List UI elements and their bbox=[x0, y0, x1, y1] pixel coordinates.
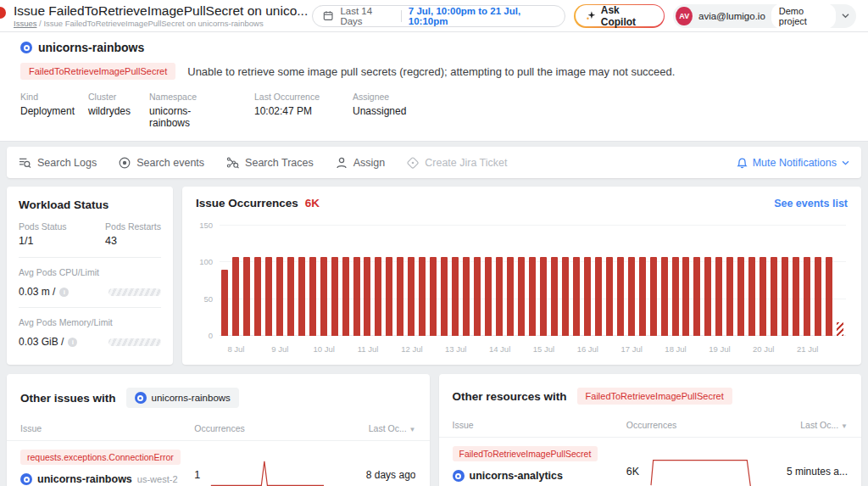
chart-bar bbox=[529, 257, 536, 336]
see-events-list-link[interactable]: See events list bbox=[774, 198, 848, 209]
chart-bar bbox=[518, 257, 525, 336]
chart-bar bbox=[661, 257, 668, 336]
chart-bar bbox=[485, 257, 492, 336]
meta-cluster: Clusterwildrydes bbox=[88, 92, 137, 129]
events-search-icon bbox=[119, 157, 131, 169]
chart-bar bbox=[375, 257, 381, 336]
chevron-down-icon bbox=[842, 13, 849, 19]
severity-dot bbox=[0, 7, 6, 19]
chart-bar bbox=[452, 257, 459, 336]
chart-bar bbox=[715, 257, 722, 336]
other-issues-panel: Other issues with unicorns-rainbows Issu… bbox=[7, 374, 430, 486]
chart-bar bbox=[693, 257, 700, 336]
date-preset-label: Last 14 Days bbox=[340, 6, 394, 26]
issue-type-badge[interactable]: FailedToRetrieveImagePullSecret bbox=[20, 63, 175, 80]
chart-bar bbox=[837, 322, 843, 336]
info-icon[interactable]: i bbox=[59, 288, 69, 297]
chart-x-tick: 11 Jul bbox=[358, 344, 379, 354]
issue-occurrences-panel: Issue Occurrences 6K See events list 050… bbox=[182, 187, 861, 365]
chart-bar bbox=[408, 257, 415, 336]
occurrences-title: Issue Occurrences bbox=[196, 197, 298, 209]
issue-table-row[interactable]: requests.exceptions.ConnectionError unic… bbox=[7, 441, 430, 486]
chart-bar bbox=[639, 257, 646, 336]
sort-arrow-icon: ▼ bbox=[409, 426, 416, 433]
chart-bar bbox=[441, 257, 448, 336]
meta-namespace: Namespaceunicorns-rainbows bbox=[149, 92, 231, 129]
kubernetes-resource-icon bbox=[453, 470, 465, 482]
chart-x-tick: 14 Jul bbox=[489, 344, 510, 354]
chart-bar bbox=[232, 257, 239, 336]
chart-x-tick: 19 Jul bbox=[709, 344, 730, 354]
workload-status-panel: Workload Status Pods Status 1/1 Pods Res… bbox=[7, 187, 173, 365]
chart-bar bbox=[243, 257, 250, 336]
chart-x-tick: 10 Jul bbox=[313, 344, 334, 354]
resource-chip[interactable]: unicorns-rainbows bbox=[126, 388, 239, 408]
other-issues-title: Other issues with bbox=[20, 392, 116, 405]
chart-bar bbox=[804, 257, 810, 336]
chart-bar bbox=[704, 257, 711, 336]
sort-header[interactable]: Last Oc... ▼ bbox=[329, 423, 416, 433]
info-icon[interactable]: i bbox=[68, 338, 77, 347]
chart-bar bbox=[606, 257, 613, 336]
chart-x-tick: 20 Jul bbox=[753, 344, 774, 354]
other-resources-panel: Other resources with FailedToRetrieveIma… bbox=[439, 374, 862, 486]
breadcrumb-issues-link[interactable]: Issues bbox=[14, 19, 36, 28]
assign-button[interactable]: Assign bbox=[336, 157, 386, 169]
issue-details-section: unicorns-rainbows FailedToRetrieveImageP… bbox=[0, 32, 868, 142]
row-issue-badge: FailedToRetrieveImagePullSecret bbox=[453, 446, 598, 461]
issue-type-badge[interactable]: FailedToRetrieveImagePullSecret bbox=[577, 388, 732, 405]
user-email: avia@lumigo.io bbox=[698, 11, 765, 21]
resource-table-row[interactable]: FailedToRetrieveImagePullSecret unicorns… bbox=[439, 438, 862, 486]
chart-y-tick: 50 bbox=[203, 293, 213, 303]
chart-bar bbox=[760, 257, 766, 336]
chart-y-tick: 100 bbox=[199, 257, 213, 266]
chart-x-axis: 8 Jul9 Jul10 Jul11 Jul12 Jul13 Jul14 Jul… bbox=[220, 344, 846, 355]
chart-y-tick: 150 bbox=[199, 221, 213, 230]
occurrences-bar-chart[interactable]: 050100150 bbox=[220, 226, 846, 336]
sort-header[interactable]: Last Oc... ▼ bbox=[760, 420, 848, 430]
chart-bar bbox=[682, 257, 689, 336]
breadcrumb: Issues / Issue FailedToRetrieveImagePull… bbox=[14, 20, 312, 28]
jira-icon bbox=[407, 157, 419, 169]
chart-bar bbox=[320, 257, 327, 336]
search-events-button[interactable]: Search events bbox=[119, 157, 204, 169]
chart-bar bbox=[782, 257, 788, 336]
chart-bar bbox=[826, 257, 832, 336]
chart-bar bbox=[737, 257, 744, 336]
chart-bar bbox=[331, 257, 338, 336]
chart-bar bbox=[309, 257, 316, 336]
chart-x-tick: 12 Jul bbox=[401, 344, 422, 354]
date-range-picker[interactable]: Last 14 Days 7 Jul, 10:00pm to 21 Jul, 1… bbox=[312, 5, 565, 27]
user-account-menu[interactable]: AV avia@lumigo.io Demo project bbox=[673, 4, 856, 28]
chart-x-tick: 17 Jul bbox=[620, 344, 642, 354]
sort-arrow-icon: ▼ bbox=[841, 422, 848, 430]
chart-x-tick: 13 Jul bbox=[445, 344, 466, 354]
chart-bar bbox=[793, 257, 799, 336]
search-logs-button[interactable]: Search Logs bbox=[19, 157, 97, 169]
memory-limit-block: Avg Pods Memory/Limit 0.03 GiB /i bbox=[19, 317, 161, 357]
meta-last-occurrence: Last Occurrence10:02:47 PM bbox=[254, 92, 329, 129]
date-range-value: 7 Jul, 10:00pm to 21 Jul, 10:10pm bbox=[409, 6, 554, 26]
project-pill: Demo project bbox=[771, 3, 836, 29]
pods-restarts-stat: Pods Restarts 43 bbox=[105, 221, 161, 247]
chart-bar bbox=[364, 257, 370, 336]
calendar-icon bbox=[323, 10, 333, 21]
occurrence-sparkline bbox=[209, 459, 329, 486]
chart-bar bbox=[584, 257, 591, 336]
kubernetes-resource-icon bbox=[135, 392, 147, 404]
chart-bar bbox=[726, 257, 733, 336]
resources-table-header: Issue Occurrences Last Oc... ▼ bbox=[439, 413, 862, 438]
chart-x-tick: 15 Jul bbox=[533, 344, 554, 354]
person-icon bbox=[336, 157, 348, 169]
row-region: us-west-2 bbox=[137, 474, 178, 484]
chart-bar bbox=[419, 257, 426, 336]
mute-notifications-button[interactable]: Mute Notifications bbox=[737, 157, 849, 169]
breadcrumb-current: Issue FailedToRetrieveImagePullSecret on… bbox=[43, 19, 263, 28]
row-resource-name: unicorns-analytics bbox=[470, 470, 563, 482]
create-jira-ticket-button[interactable]: Create Jira Ticket bbox=[407, 157, 507, 169]
ask-copilot-button[interactable]: Ask Copilot bbox=[574, 4, 665, 28]
chart-bar bbox=[573, 257, 580, 336]
search-traces-button[interactable]: Search Traces bbox=[226, 157, 314, 169]
row-occurrences: 6K bbox=[626, 466, 639, 478]
row-issue-badge: requests.exceptions.ConnectionError bbox=[20, 450, 181, 465]
